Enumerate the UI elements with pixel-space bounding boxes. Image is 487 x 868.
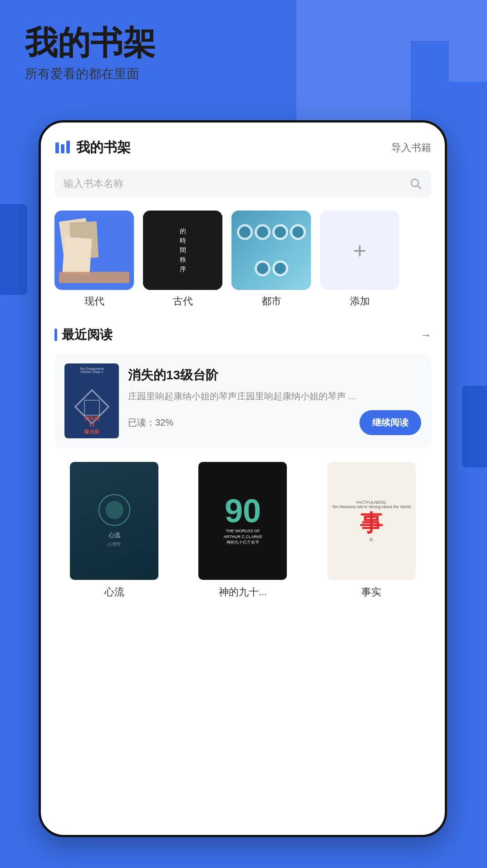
- category-cover-ancient: 的時間秩序: [143, 211, 222, 290]
- category-cover-add: +: [320, 211, 399, 290]
- book-label-factful: 事实: [361, 585, 381, 599]
- xin-circle: [98, 494, 130, 526]
- continue-reading-button[interactable]: 继续阅读: [359, 410, 421, 435]
- cover-en-text: The DisappearedThirteen Steps 1: [66, 367, 117, 373]
- category-label-add: 添加: [350, 294, 370, 308]
- section-title: 最近阅读: [54, 326, 113, 343]
- svg-line-4: [418, 186, 421, 189]
- category-label-urban: 都市: [261, 294, 281, 308]
- books-grid: 心流 心理学 心流 90 THE WORLDS OFARTHUR C.CLARK…: [54, 462, 431, 599]
- cover-title-cn: 消失的13級台阶: [66, 415, 117, 435]
- section-arrow-icon[interactable]: →: [420, 329, 431, 341]
- book-item-90[interactable]: 90 THE WORLDS OFARTHUR C.CLARKE神的九十亿个名字 …: [183, 462, 302, 599]
- import-button[interactable]: 导入书籍: [391, 141, 431, 155]
- ancient-art-text: 的時間秩序: [180, 226, 186, 274]
- svg-rect-2: [66, 141, 70, 153]
- category-label-modern: 现代: [84, 294, 104, 308]
- book-item-xinliu[interactable]: 心流 心理学 心流: [54, 462, 174, 599]
- reading-info: 消失的13级台阶 庄园里响起康纳小姐的琴声庄园里响起康纳小姐的琴声 ... 已读…: [128, 367, 421, 435]
- category-add[interactable]: + 添加: [320, 211, 399, 308]
- reading-progress: 已读：32%: [128, 417, 173, 429]
- bookshelf-title: 我的书架: [76, 138, 131, 157]
- reading-card: The DisappearedThirteen Steps 1 消失的13級台阶…: [54, 353, 431, 448]
- page-subtitle: 所有爱看的都在里面: [25, 65, 156, 83]
- book-cover-factful: FACTFULNESS:Ten Reasons We're Wrong Abou…: [327, 462, 416, 580]
- svg-rect-0: [55, 142, 59, 153]
- category-cover-urban: [231, 211, 311, 290]
- reading-progress-row: 已读：32% 继续阅读: [128, 410, 421, 435]
- book-cover-90: 90 THE WORLDS OFARTHUR C.CLARKE神的九十亿个名字: [198, 462, 287, 580]
- section-bar-indicator: [54, 329, 57, 341]
- page-title: 我的书架: [25, 25, 156, 61]
- book-cover-xinliu: 心流 心理学: [70, 462, 158, 580]
- bookshelf-icon: [54, 140, 71, 156]
- book-label-xinliu: 心流: [104, 585, 124, 599]
- add-plus-icon: +: [353, 239, 366, 262]
- category-section: 现代 的時間秩序 古代: [54, 211, 431, 308]
- phone-frame: 我的书架 导入书籍 输入书本名称: [39, 120, 447, 837]
- book-item-factful[interactable]: FACTFULNESS:Ten Reasons We're Wrong Abou…: [312, 462, 431, 599]
- section-label: 最近阅读: [62, 326, 113, 343]
- search-icon: [409, 177, 422, 190]
- num90-text: 90: [225, 496, 261, 526]
- book-label-90: 神的九十...: [219, 585, 267, 599]
- category-modern[interactable]: 现代: [54, 211, 134, 308]
- category-ancient[interactable]: 的時間秩序 古代: [143, 211, 222, 308]
- factful-red-char: 事: [360, 512, 383, 535]
- reading-book-desc: 庄园里响起康纳小姐的琴声庄园里响起康纳小姐的琴声 ...: [128, 389, 421, 403]
- search-placeholder: 输入书本名称: [64, 177, 405, 191]
- reading-book-title: 消失的13级台阶: [128, 367, 421, 384]
- top-bar-left: 我的书架: [54, 138, 131, 157]
- top-bar: 我的书架 导入书籍: [54, 138, 431, 157]
- recent-section-header: 最近阅读 →: [54, 326, 431, 343]
- category-urban[interactable]: 都市: [231, 211, 311, 308]
- cover-diamond-inner: [84, 400, 100, 416]
- category-cover-modern: [54, 211, 134, 290]
- search-bar[interactable]: 输入书本名称: [54, 171, 431, 197]
- reading-book-cover: The DisappearedThirteen Steps 1 消失的13級台阶: [64, 363, 119, 438]
- category-label-ancient: 古代: [173, 294, 193, 308]
- header-area: 我的书架 所有爱看的都在里面: [25, 25, 156, 83]
- svg-rect-1: [61, 144, 64, 153]
